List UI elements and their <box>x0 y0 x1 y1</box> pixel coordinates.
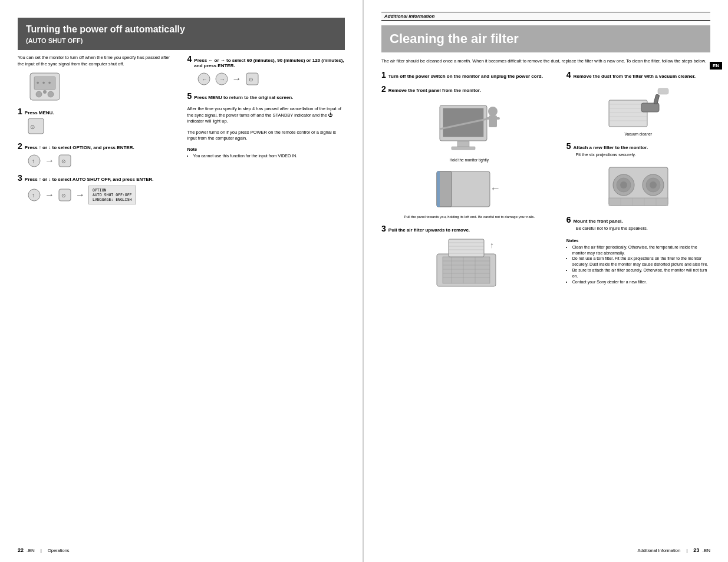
cleaning-step-5-text: Attach a new filter to the monitor. <box>573 145 648 150</box>
cleaning-step-4-num: 4 <box>566 71 571 79</box>
right-columns: 1 Turn off the power switch on the monit… <box>381 71 710 296</box>
cleaning-step-3-num: 3 <box>381 224 386 233</box>
arrow-separator-4: → <box>232 74 242 84</box>
svg-rect-31 <box>494 117 500 120</box>
step4-image: Vacuum cleaner <box>566 82 710 136</box>
right-col-1: 1 Turn off the power switch on the monit… <box>381 71 558 296</box>
svg-point-28 <box>488 107 498 116</box>
enter-button-3: ⊙ <box>245 72 259 86</box>
step-4-text: Press ← or → to select 60 (minutes), 90 … <box>194 58 345 68</box>
section-title-box: Turning the power off automatically (AUT… <box>18 18 345 50</box>
svg-point-65 <box>620 181 627 189</box>
step-4-num: 4 <box>187 55 192 63</box>
step1-image-area: ⊕ ⊕ ⊕ <box>27 72 176 103</box>
right-page-suffix: -EN <box>702 548 710 553</box>
cleaning-step-1-num: 1 <box>381 71 386 79</box>
cleaning-title: Cleaning the air filter <box>390 31 702 47</box>
cleaning-step-3: 3 Pull the air filter upwards to remove. <box>381 224 558 290</box>
body-text: You can set the monitor to turn off when… <box>18 55 176 67</box>
svg-text:⊕: ⊕ <box>42 81 45 84</box>
cleaning-step-4-text: Remove the dust from the filter with a v… <box>573 74 696 79</box>
step-1: 1 Press MENU. ⊙ <box>18 107 176 136</box>
cleaning-step-2-num: 2 <box>381 85 386 93</box>
svg-rect-36 <box>437 171 440 207</box>
svg-text:↑: ↑ <box>490 240 494 250</box>
left-page-suffix: -EN <box>27 548 35 553</box>
after-step4-text: After the time you specify in step 4 has… <box>187 106 345 125</box>
left-columns: You can set the monitor to turn off when… <box>18 55 345 210</box>
cleaning-step-2-text: Remove the front panel from the monitor. <box>388 88 481 93</box>
left-divider: | <box>41 548 42 553</box>
notes-list: Clean the air filter periodically. Other… <box>566 244 710 285</box>
svg-rect-27 <box>452 147 475 150</box>
left-page-footer: 22 -EN | Operations <box>0 547 363 553</box>
right-page-number: 23 <box>693 547 699 553</box>
en-badge: EN <box>710 62 722 70</box>
cleaning-step-6: 6 Mount the front panel. Be careful not … <box>566 216 710 232</box>
additional-info-header: Additional Information <box>381 12 710 21</box>
left-col-1: You can set the monitor to turn off when… <box>18 55 176 210</box>
left-arrow-button: ← <box>197 72 211 86</box>
svg-text:⊕: ⊕ <box>37 81 39 84</box>
arrow-separator-1: → <box>45 156 54 166</box>
svg-text:↑: ↑ <box>32 158 35 164</box>
step4-icons: ← → → ⊙ <box>197 72 345 86</box>
svg-text:⊙: ⊙ <box>249 77 253 82</box>
page-title: Turning the power off automatically <box>26 24 337 35</box>
cleaning-step-1-text: Turn off the power switch on the monitor… <box>388 74 543 79</box>
svg-text:⊙: ⊙ <box>30 124 35 130</box>
svg-rect-47 <box>449 239 484 257</box>
notes-item-1: Clean the air filter periodically. Other… <box>572 244 710 256</box>
arrow-separator-2: → <box>45 190 54 200</box>
step6-note: Be careful not to injure the speakers. <box>576 226 710 232</box>
up-arrow-button: ↑ <box>27 154 41 168</box>
cleaning-intro: The air filter should be cleaned once a … <box>381 58 710 65</box>
notes-item-4: Contact your Sony dealer for a new filte… <box>572 279 710 285</box>
step-4: 4 Press ← or → to select 60 (minutes), 9… <box>187 55 345 86</box>
osd-line-1: OPTION <box>93 188 132 193</box>
cleaning-step-6-num: 6 <box>566 216 571 224</box>
svg-rect-26 <box>457 141 469 147</box>
svg-point-68 <box>650 181 657 189</box>
right-page-number-box: Additional Information | 23 -EN <box>638 547 710 553</box>
left-page: Turning the power off automatically (AUT… <box>0 0 364 562</box>
monitor-hold-image <box>434 97 505 156</box>
note-list: You cannot use this function for the inp… <box>187 153 345 159</box>
cleaning-step-5: 5 Attach a new filter to the monitor. Fi… <box>566 142 710 210</box>
right-col-2: EN 4 Remove the dust from the filter wit… <box>566 71 710 296</box>
cleaning-step-4: 4 Remove the dust from the filter with a… <box>566 71 710 136</box>
svg-text:→: → <box>219 76 225 82</box>
step5-note: Fit the six projections securely. <box>576 152 710 158</box>
additional-info-label: Additional Information <box>384 14 434 19</box>
step2-icons: ↑ → ⊙ <box>27 154 176 168</box>
step2-image-2: ← <box>381 166 558 214</box>
step-3: 3 Press ↑ or ↓ to select AUTO SHUT OFF, … <box>18 174 176 204</box>
svg-rect-60 <box>654 94 660 104</box>
up-arrow-button-2: ↑ <box>27 188 41 202</box>
note-label: Note <box>187 147 345 152</box>
svg-text:↑: ↑ <box>32 192 35 199</box>
panel-pull-image: ← <box>434 166 505 213</box>
after-step4-text2: The power turns on if you press POWER on… <box>187 130 345 142</box>
cleaning-step-1: 1 Turn off the power switch on the monit… <box>381 71 558 79</box>
note-item-1: You cannot use this function for the inp… <box>193 153 345 159</box>
step3-image: ↑ <box>381 236 558 290</box>
svg-point-2 <box>36 91 42 97</box>
enter-button-1: ⊙ <box>58 154 72 168</box>
enter-button-2: ⊙ <box>58 188 72 202</box>
svg-text:⊕: ⊕ <box>48 81 51 84</box>
left-page-number: 22 <box>18 547 24 553</box>
cleaning-step-6-text: Mount the front panel. <box>573 219 622 224</box>
step2-caption-2: Pull the panel towards you, holding its … <box>381 215 558 219</box>
step4-vacuum-caption: Vacuum cleaner <box>566 132 710 136</box>
step-3-num: 3 <box>18 174 22 182</box>
filter-attach-image <box>606 161 671 209</box>
step1-menu-icon: ⊙ <box>27 117 176 136</box>
arrow-separator-3: → <box>75 190 85 200</box>
left-col-2: 4 Press ← or → to select 60 (minutes), 9… <box>187 55 345 210</box>
svg-rect-61 <box>658 88 668 94</box>
svg-point-7 <box>43 90 47 94</box>
step2-image-1 <box>381 97 558 157</box>
svg-rect-59 <box>641 103 659 112</box>
step-5-text: Press MENU to return to the original scr… <box>194 95 293 100</box>
